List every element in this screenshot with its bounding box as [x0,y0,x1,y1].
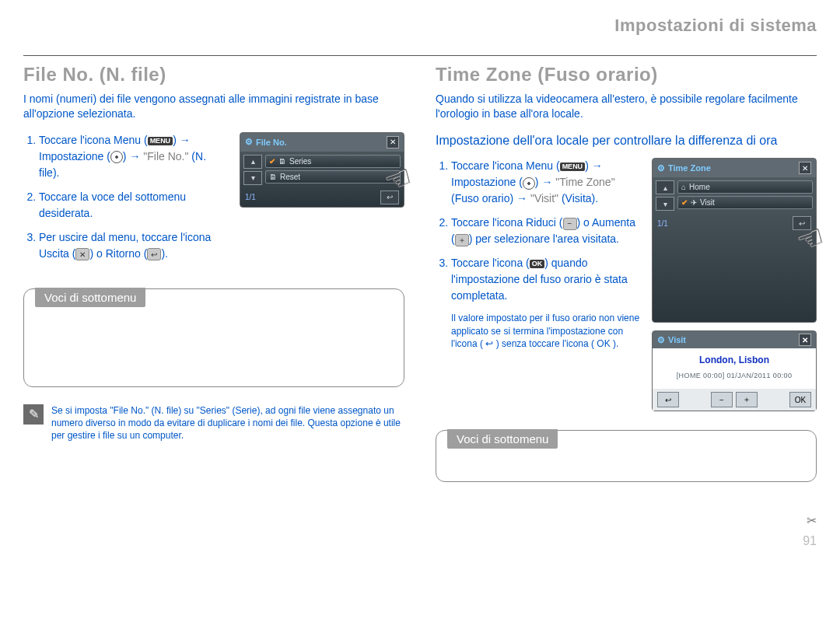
return-icon: ↩ [147,248,161,260]
right-subhead: Impostazione dell'ora locale per control… [436,132,817,149]
menu-icon: MENU [148,137,173,145]
close-icon: ✕ [799,334,811,346]
close-icon: ✕ [799,162,811,174]
gear-icon [110,151,123,163]
down-arrow-icon: ▾ [656,197,674,211]
right-step-1: Toccare l'icona Menu (MENU) → Impostazio… [451,158,641,207]
option-visit: ✔✈Visit [677,196,813,209]
right-submenu-box: Voci di sottomenu [436,430,817,482]
section-header: Impostazioni di sistema [23,16,817,36]
close-icon: ✕ [387,136,399,149]
plus-icon: ＋ [455,234,469,246]
shot-page-indicator: 1/1 [657,219,668,228]
timezone-screenshot: ⚙Time Zone ✕ ▴ ▾ ⌂Home ✔✈Visit [652,158,817,323]
visit-city: London, Lisbon [657,355,811,365]
shot-title: Time Zone [668,163,711,173]
gear-icon: ⚙ [245,137,253,147]
left-footnote: ✎ Se si imposta "File No." (N. file) su … [23,404,404,442]
shot-header: ⚙File No. ✕ [240,133,404,152]
submenu-tab: Voci di sottomenu [447,429,558,449]
left-submenu-box: Voci di sottomenu [23,288,404,387]
shot-page-indicator: 1/1 [245,193,256,201]
note-icon: ✎ [23,404,44,425]
gear-icon [523,177,535,190]
left-step-2: Toccare la voce del sottomenu desiderata… [39,189,229,222]
right-steps-and-shot: Toccare l'icona Menu (MENU) → Impostazio… [436,158,817,411]
scissors-icon: ✂ [436,513,817,528]
menu-icon: MENU [560,162,586,171]
visit-screenshot: ⚙Visit ✕ London, Lisbon [HOME 00:00] 01/… [652,330,817,411]
right-step-2: Toccare l'icona Riduci (−) o Aumenta (＋)… [451,215,641,247]
left-steps-and-shot: Toccare l'icona Menu (MENU) → Impostazio… [23,132,404,270]
gear-icon: ⚙ [657,163,665,173]
file-no-screenshot: ⚙File No. ✕ ▴ ▾ ✔🗎Series 🗎Reset [240,132,404,208]
up-arrow-icon: ▴ [243,155,262,169]
left-title: File No. (N. file) [23,64,404,86]
right-column: Time Zone (Fuso orario) Quando si utiliz… [436,64,817,548]
right-step-3: Toccare l'icona (OK) quando l'impostazio… [451,255,641,304]
visit-title: Visit [668,335,686,344]
ok-icon: OK [530,260,545,268]
right-small-note: Il valore impostato per il fuso orario n… [451,312,641,350]
left-step-3: Per uscire dal menu, toccare l'icona Usc… [39,229,229,262]
option-home: ⌂Home [677,180,813,194]
plus-icon: ＋ [736,392,758,407]
submenu-tab: Voci di sottomenu [35,288,145,307]
left-intro: I nomi (numeri) dei file vengono assegna… [23,92,404,121]
minus-icon: − [711,392,733,407]
two-column-layout: File No. (N. file) I nomi (numeri) dei f… [23,64,817,548]
ok-button: OK [789,392,811,407]
left-footnote-text: Se si imposta "File No." (N. file) su "S… [51,404,404,442]
right-title: Time Zone (Fuso orario) [436,64,817,86]
return-icon: ↩ [657,392,679,407]
left-steps: Toccare l'icona Menu (MENU) → Impostazio… [23,132,229,270]
left-column: File No. (N. file) I nomi (numeri) dei f… [23,64,404,548]
page-number: 91 [436,534,817,548]
right-steps: Toccare l'icona Menu (MENU) → Impostazio… [436,158,641,304]
visit-date: [HOME 00:00] 01/JAN/2011 00:00 [657,372,811,379]
gear-icon: ⚙ [657,335,665,345]
left-step-1: Toccare l'icona Menu (MENU) → Impostazio… [39,132,229,181]
shot-title: File No. [256,138,287,147]
header-rule [23,55,817,56]
down-arrow-icon: ▾ [243,171,262,185]
minus-icon: − [563,218,577,230]
close-icon: ✕ [75,248,89,260]
hand-pointer-icon: ☜ [790,217,829,260]
up-arrow-icon: ▴ [656,180,674,194]
right-intro: Quando si utilizza la videocamera all'es… [436,92,817,121]
manual-page: Impostazioni di sistema File No. (N. fil… [0,0,840,556]
